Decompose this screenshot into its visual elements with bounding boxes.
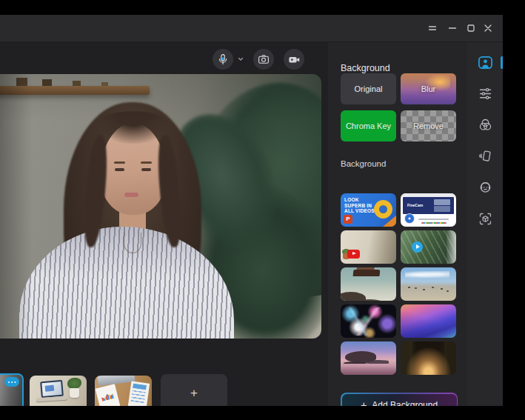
floor: [203, 293, 321, 339]
plant: [170, 74, 321, 297]
microphone-dropdown[interactable]: [235, 53, 247, 65]
background-mode-original[interactable]: Original: [341, 73, 396, 104]
tilted-card-icon: [478, 148, 493, 164]
background-thumb-rainbow[interactable]: [401, 304, 456, 338]
video-preview: [0, 74, 321, 339]
shelf: [0, 86, 150, 95]
sidebar-item-avatar[interactable]: [472, 174, 498, 199]
person-brow: [114, 161, 125, 164]
close-button[interactable]: [479, 19, 497, 37]
plus-icon: +: [190, 386, 198, 401]
background-thumb-room-video[interactable]: [341, 230, 396, 264]
sidebar-item-transitions[interactable]: [472, 143, 498, 168]
scene-thumbnail-2[interactable]: [30, 376, 87, 406]
chevron-down-icon: [237, 56, 244, 63]
background-mode-chroma-key[interactable]: Chroma Key: [341, 110, 396, 141]
sidebar-item-ar-objects[interactable]: [472, 206, 498, 231]
avatar-headset-icon: [478, 179, 493, 195]
scene-thumbnail-1[interactable]: [0, 373, 24, 406]
titlebar: [0, 15, 503, 42]
scene-thumbnail-3[interactable]: [95, 376, 152, 406]
main-area: Scene 1 Scene 2 Scene 3 + Add: [0, 42, 328, 406]
background-panel: Background Original Blur Chroma Key Remo…: [328, 42, 467, 406]
sidebar-item-adjustments[interactable]: [472, 81, 498, 106]
add-background-button[interactable]: + Add Background: [341, 393, 458, 406]
panel-title: Background: [341, 63, 390, 73]
video-camera-icon: [287, 53, 301, 67]
microphone-button[interactable]: [213, 49, 233, 70]
plant: [181, 176, 321, 339]
person-eye: [141, 168, 151, 171]
sidebar-item-color-effects[interactable]: [472, 112, 498, 137]
sidebar-item-virtual-background[interactable]: [472, 50, 498, 75]
background-thumb-sunset-rocks[interactable]: [341, 341, 396, 375]
person-neck: [119, 207, 146, 236]
background-thumb-finecam-page[interactable]: FineCam: [401, 193, 456, 227]
plant: [152, 98, 297, 265]
app-window: Scene 1 Scene 2 Scene 3 + Add Background…: [0, 15, 503, 406]
person-eye: [115, 168, 124, 171]
background-mode-remove[interactable]: Remove: [401, 110, 456, 141]
camera-icon: [257, 53, 270, 66]
background-thumb-powerpoint[interactable]: LOOK SUPERB IN ALL VIDEOS P: [341, 193, 396, 227]
person-hair: [64, 102, 201, 326]
plus-icon: +: [361, 399, 367, 407]
background-thumb-shipwreck[interactable]: [341, 267, 396, 301]
background-library-label: Background: [341, 159, 386, 168]
background-thumb-plants-video[interactable]: [401, 230, 456, 264]
record-button[interactable]: [284, 49, 304, 70]
add-background-label: Add Background: [372, 400, 438, 406]
scene-options-badge[interactable]: [4, 377, 19, 387]
background-thumb-forest-glow[interactable]: [401, 341, 456, 375]
person-face: [100, 123, 167, 215]
background-thumb-bokeh[interactable]: [341, 304, 396, 338]
overlapping-circles-icon: [478, 117, 493, 133]
microphone-icon: [216, 53, 230, 66]
add-scene-button[interactable]: +: [161, 374, 227, 406]
tool-sidebar: [467, 42, 503, 406]
person-shirt: [19, 227, 234, 339]
person-hairline: [94, 111, 173, 144]
person-hair-strand: [155, 134, 184, 248]
person-necklace: [124, 233, 141, 253]
youtube-play-icon: [347, 250, 360, 259]
menu-icon[interactable]: [424, 19, 441, 37]
person-brow: [141, 161, 152, 164]
person-lips: [124, 193, 138, 197]
background-mode-blur[interactable]: Blur: [401, 73, 456, 104]
cube-scan-icon: [478, 211, 493, 227]
active-tab-indicator: [501, 56, 503, 69]
minimize-button[interactable]: [444, 19, 461, 37]
globe-logo: [404, 213, 415, 224]
sliders-icon: [478, 86, 493, 101]
background-thumb-beach-boats[interactable]: [401, 267, 456, 301]
maximize-button[interactable]: [462, 19, 480, 37]
powerpoint-logo: P: [344, 215, 352, 224]
person-hair-strand: [81, 134, 110, 248]
person-badge-icon: [477, 54, 494, 71]
snapshot-button[interactable]: [253, 49, 274, 70]
play-icon: [412, 241, 423, 253]
